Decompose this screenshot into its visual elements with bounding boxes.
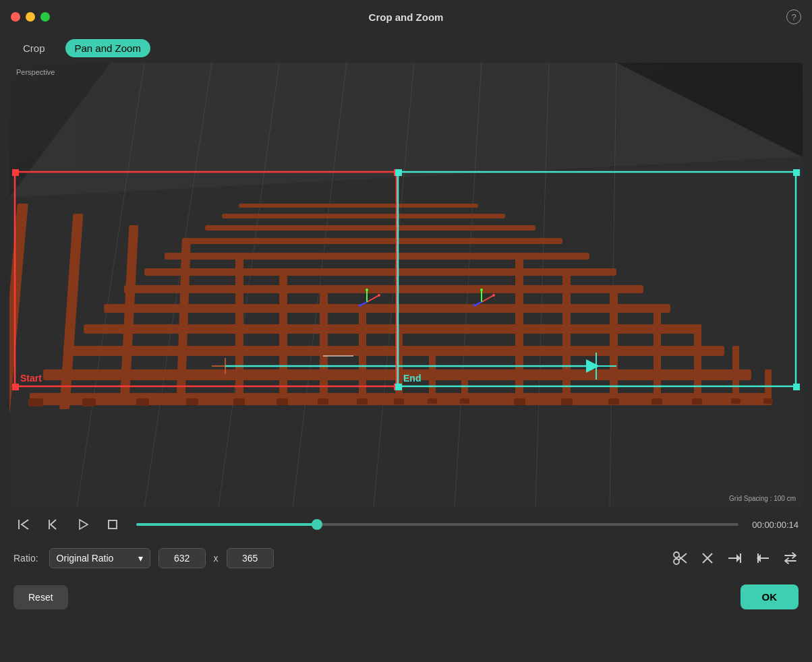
reset-button[interactable]: Reset <box>13 585 68 609</box>
svg-rect-79 <box>12 169 19 176</box>
svg-rect-39 <box>732 346 739 405</box>
svg-rect-49 <box>394 398 404 404</box>
svg-rect-42 <box>82 398 96 407</box>
stop-button[interactable] <box>103 514 123 535</box>
svg-rect-87 <box>395 384 402 390</box>
svg-rect-51 <box>460 398 469 404</box>
svg-rect-53 <box>561 398 573 405</box>
svg-rect-30 <box>359 304 366 405</box>
svg-rect-47 <box>318 398 328 404</box>
swap-button[interactable] <box>782 550 799 566</box>
svg-rect-58 <box>763 398 773 404</box>
viewport-container: Perspective Grid Spacing : 100 cm <box>9 63 803 508</box>
svg-rect-55 <box>651 398 662 404</box>
icon-button-group <box>672 549 799 567</box>
skip-back-button[interactable] <box>13 514 34 535</box>
svg-rect-43 <box>136 398 149 406</box>
svg-rect-17 <box>144 268 616 276</box>
svg-rect-93 <box>109 520 117 529</box>
window-title: Crop and Zoom <box>369 11 444 23</box>
grid-spacing-label: Grid Spacing : 100 cm <box>729 495 796 502</box>
scene-svg: Start End <box>9 63 803 508</box>
svg-rect-52 <box>514 398 525 405</box>
svg-rect-88 <box>793 384 800 390</box>
crop-tab[interactable]: Crop <box>13 39 55 57</box>
svg-rect-54 <box>608 398 619 404</box>
scissors-button[interactable] <box>672 549 689 567</box>
viewport-bg: Perspective Grid Spacing : 100 cm <box>9 63 803 508</box>
perspective-label: Perspective <box>16 68 55 76</box>
close-button[interactable] <box>11 12 20 22</box>
x-separator: x <box>214 553 219 564</box>
ok-button[interactable]: OK <box>741 584 799 609</box>
svg-rect-86 <box>793 169 800 176</box>
ratio-value: Original Ratio <box>57 553 114 564</box>
width-input[interactable] <box>158 548 206 568</box>
svg-text:End: End <box>403 373 421 384</box>
title-bar: Crop and Zoom ? <box>0 0 812 34</box>
toolbar: Crop Pan and Zoom <box>0 34 812 63</box>
svg-rect-45 <box>233 398 245 405</box>
svg-point-63 <box>366 289 368 291</box>
svg-rect-13 <box>63 346 724 356</box>
traffic-lights <box>11 12 50 22</box>
height-input[interactable] <box>227 548 274 568</box>
svg-rect-32 <box>429 346 436 405</box>
svg-rect-46 <box>277 398 288 405</box>
frame-back-button[interactable] <box>43 514 63 535</box>
help-button[interactable]: ? <box>786 9 801 24</box>
svg-point-64 <box>359 304 361 307</box>
svg-rect-44 <box>186 398 198 405</box>
svg-text:Start: Start <box>20 373 42 384</box>
ratio-bar: Ratio: Original Ratio ▾ x <box>0 541 812 575</box>
trim-start-button[interactable] <box>754 551 772 566</box>
svg-rect-21 <box>222 214 505 218</box>
ratio-select[interactable]: Original Ratio ▾ <box>49 548 150 568</box>
maximize-button[interactable] <box>40 12 50 22</box>
timeline-fill <box>136 523 317 526</box>
svg-rect-57 <box>731 398 741 404</box>
ratio-label: Ratio: <box>13 553 38 564</box>
svg-rect-41 <box>28 398 43 407</box>
timeline-slider[interactable] <box>136 523 738 526</box>
pan-zoom-tab[interactable]: Pan and Zoom <box>65 39 150 57</box>
svg-rect-81 <box>12 384 19 390</box>
minimize-button[interactable] <box>26 12 35 22</box>
svg-rect-34 <box>515 253 523 405</box>
svg-rect-50 <box>428 398 437 404</box>
svg-rect-35 <box>562 268 571 405</box>
svg-point-62 <box>378 294 380 297</box>
trim-end-button[interactable] <box>726 551 743 566</box>
svg-rect-28 <box>279 268 287 405</box>
timecode-display: 00:00:00:14 <box>752 520 799 530</box>
remove-button[interactable] <box>700 551 715 566</box>
chevron-down-icon: ▾ <box>138 553 143 564</box>
action-bar: Reset OK <box>0 575 812 619</box>
svg-rect-48 <box>357 398 368 404</box>
transport-bar: 00:00:00:14 <box>0 508 812 541</box>
svg-rect-37 <box>654 304 661 405</box>
svg-point-74 <box>492 294 495 297</box>
svg-rect-36 <box>610 285 618 405</box>
svg-point-76 <box>473 304 476 307</box>
svg-rect-15 <box>104 304 670 313</box>
svg-rect-19 <box>185 238 562 244</box>
svg-rect-14 <box>84 324 697 334</box>
svg-point-75 <box>480 289 483 291</box>
svg-rect-56 <box>692 398 702 404</box>
svg-rect-22 <box>239 204 478 208</box>
svg-marker-92 <box>80 520 88 529</box>
svg-rect-38 <box>694 324 701 405</box>
svg-rect-85 <box>395 169 402 176</box>
play-button[interactable] <box>73 514 93 535</box>
svg-rect-18 <box>165 253 589 260</box>
timeline-thumb[interactable] <box>312 519 322 530</box>
svg-rect-27 <box>235 253 243 405</box>
svg-rect-20 <box>205 225 535 231</box>
svg-rect-29 <box>320 285 328 405</box>
